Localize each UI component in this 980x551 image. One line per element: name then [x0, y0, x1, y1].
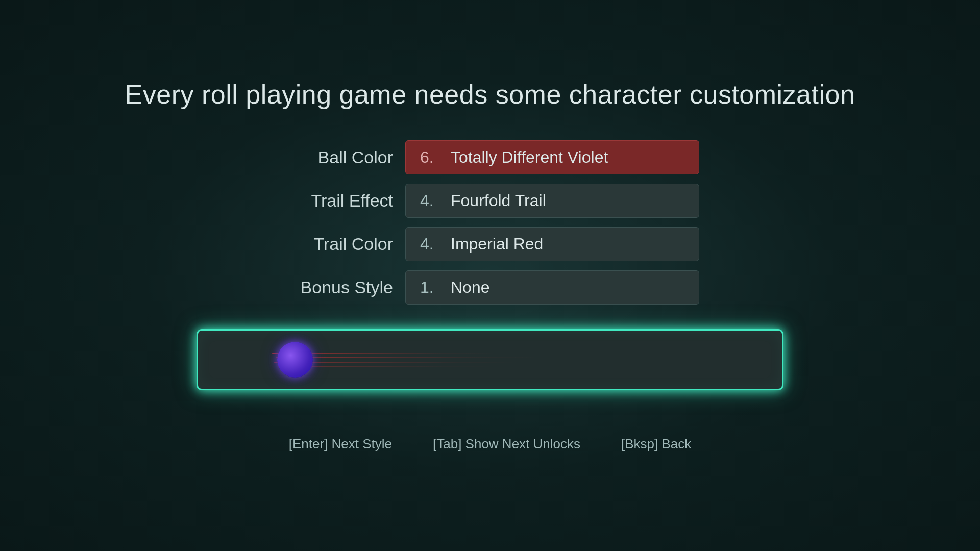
trail-line-2 — [276, 357, 536, 358]
footer: [Enter] Next Style [Tab] Show Next Unloc… — [289, 436, 692, 452]
option-value-trail-color[interactable]: 4. Imperial Red — [405, 227, 699, 261]
option-text-trail-effect: Fourfold Trail — [451, 191, 546, 210]
trail-preview — [272, 344, 589, 375]
option-number-trail-effect: 4. — [420, 191, 438, 210]
ball-preview — [277, 342, 313, 378]
option-value-trail-effect[interactable]: 4. Fourfold Trail — [405, 184, 699, 218]
option-value-bonus-style[interactable]: 1. None — [405, 270, 699, 305]
option-number-ball-color: 6. — [420, 148, 438, 167]
preview-container — [197, 329, 783, 390]
footer-tab[interactable]: [Tab] Show Next Unlocks — [433, 436, 580, 452]
page-title: Every roll playing game needs some chara… — [125, 79, 855, 110]
option-row-trail-effect[interactable]: Trail Effect 4. Fourfold Trail — [281, 184, 699, 218]
footer-bksp[interactable]: [Bksp] Back — [621, 436, 691, 452]
option-number-trail-color: 4. — [420, 235, 438, 254]
option-row-trail-color[interactable]: Trail Color 4. Imperial Red — [281, 227, 699, 261]
options-container: Ball Color 6. Totally Different Violet T… — [281, 140, 699, 305]
option-text-trail-color: Imperial Red — [451, 235, 543, 254]
option-text-ball-color: Totally Different Violet — [451, 148, 608, 167]
option-label-trail-effect: Trail Effect — [281, 191, 393, 211]
option-label-bonus-style: Bonus Style — [281, 278, 393, 297]
option-row-bonus-style[interactable]: Bonus Style 1. None — [281, 270, 699, 305]
option-label-ball-color: Ball Color — [281, 147, 393, 167]
option-text-bonus-style: None — [451, 278, 490, 297]
option-number-bonus-style: 1. — [420, 278, 438, 297]
option-label-trail-color: Trail Color — [281, 234, 393, 254]
option-row-ball-color[interactable]: Ball Color 6. Totally Different Violet — [281, 140, 699, 174]
footer-enter[interactable]: [Enter] Next Style — [289, 436, 392, 452]
option-value-ball-color[interactable]: 6. Totally Different Violet — [405, 140, 699, 174]
